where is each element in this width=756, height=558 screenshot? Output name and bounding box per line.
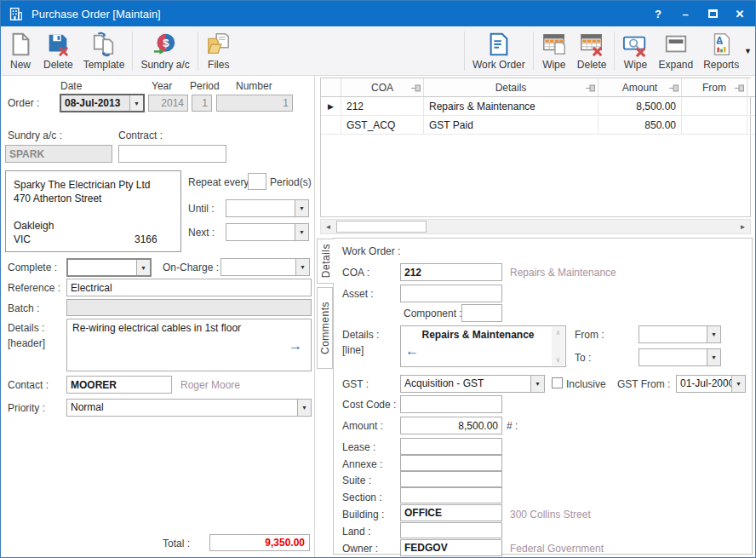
gst-from-combo[interactable]: 01-Jul-2000 ▼	[676, 375, 746, 393]
reports-button[interactable]: A Reports	[698, 28, 744, 74]
order-date-combo[interactable]: 08-Jul-2013 ▼	[60, 94, 145, 112]
reference-field[interactable]	[66, 279, 312, 296]
details-column-header[interactable]: Details	[424, 78, 598, 97]
section-field[interactable]	[400, 487, 502, 503]
allocation-grid[interactable]: COA Details Amount From ▶ 212 Repairs & …	[320, 78, 751, 217]
maximize-icon	[708, 9, 718, 18]
delete-grid-button[interactable]: Delete	[572, 28, 612, 74]
grid-cell-coa[interactable]: GST_ACQ	[341, 116, 424, 135]
toolbar: New Delete Template $ Sundry a/c	[1, 26, 755, 76]
contract-field[interactable]	[118, 145, 226, 163]
order-number-field[interactable]	[216, 95, 293, 112]
coa-column-header[interactable]: COA	[341, 78, 424, 97]
amount-column-header[interactable]: Amount	[598, 78, 682, 97]
sundry-ac-field[interactable]	[5, 145, 112, 163]
tab-details[interactable]: Details	[317, 239, 334, 284]
delete-button[interactable]: Delete	[38, 28, 78, 74]
grid-cell-from[interactable]	[682, 97, 747, 116]
next-combo[interactable]: ▼	[226, 223, 309, 241]
details-line-textarea[interactable]: Repairs & Maintenance ← ∧ ∨	[400, 325, 566, 367]
files-button[interactable]: Files	[201, 28, 237, 74]
scroll-up-icon[interactable]: ∧	[556, 329, 561, 337]
chevron-down-icon[interactable]: ▼	[129, 95, 143, 111]
expand-button[interactable]: Expand	[653, 28, 698, 74]
scroll-down-icon[interactable]: ∨	[556, 356, 561, 364]
batch-field[interactable]	[66, 299, 312, 316]
contract-label: Contract :	[118, 129, 163, 141]
details-line-text: Repairs & Maintenance	[401, 326, 565, 341]
details-header-textarea[interactable]: Re-wiring electrical cables in 1st floor…	[66, 319, 312, 371]
grid-cell-from[interactable]	[682, 116, 747, 135]
grid-horizontal-scrollbar[interactable]: ◄ ►	[320, 219, 751, 234]
coa-label: COA :	[342, 267, 369, 279]
next-label: Next :	[188, 227, 215, 239]
grid-cell-amount[interactable]: 8,500.00	[598, 97, 682, 116]
tab-comments[interactable]: Comments	[317, 287, 333, 369]
sundry-account-icon: $	[152, 31, 178, 58]
year-column-label: Year	[152, 80, 172, 92]
wipe-grid-button[interactable]: Wipe	[536, 28, 572, 74]
maximize-button[interactable]	[699, 1, 726, 26]
component-field[interactable]	[461, 304, 502, 322]
owner-field[interactable]	[400, 539, 502, 556]
details-line-label: Details :	[342, 329, 379, 341]
on-charge-combo[interactable]: ▼	[220, 258, 310, 276]
date-column-label: Date	[60, 80, 82, 92]
help-button[interactable]: ?	[644, 1, 672, 26]
land-field[interactable]	[400, 522, 502, 538]
scrollbar-thumb[interactable]	[336, 221, 427, 233]
until-combo[interactable]: ▼	[226, 199, 309, 217]
chevron-down-icon[interactable]: ▼	[731, 376, 745, 392]
sundry-ac-button[interactable]: $ Sundry a/c	[135, 28, 194, 74]
to-combo[interactable]: ▼	[639, 348, 721, 366]
order-period-field[interactable]	[192, 95, 212, 112]
cost-code-field[interactable]	[400, 395, 502, 413]
repeat-every-field[interactable]	[248, 173, 266, 190]
row-selector-header	[321, 78, 341, 97]
grid-cell-coa[interactable]: 212	[341, 97, 424, 116]
close-button[interactable]: ✕	[726, 1, 753, 26]
pin-icon	[669, 84, 679, 92]
lease-field[interactable]	[400, 438, 502, 455]
coa-field[interactable]	[400, 263, 502, 281]
annexe-field[interactable]	[400, 455, 502, 471]
chevron-down-icon[interactable]: ▼	[707, 349, 720, 365]
priority-combo[interactable]: Normal ▼	[66, 399, 312, 417]
chevron-down-icon[interactable]: ▼	[707, 326, 720, 342]
wipe-payment-button[interactable]: Wipe	[617, 28, 653, 74]
building-field[interactable]	[400, 504, 502, 521]
grid-cell-amount[interactable]: 850.00	[598, 116, 682, 135]
chevron-down-icon[interactable]: ▼	[530, 376, 544, 392]
chevron-down-icon[interactable]: ▼	[295, 259, 309, 275]
chevron-down-icon[interactable]: ▼	[136, 260, 150, 275]
order-year-field[interactable]	[148, 95, 188, 112]
minimize-button[interactable]: –	[672, 1, 699, 26]
chevron-down-icon[interactable]: ▼	[295, 224, 308, 240]
template-button[interactable]: Template	[78, 28, 130, 74]
coa-annotation: Repairs & Maintenance	[510, 267, 616, 279]
suite-field[interactable]	[400, 471, 502, 487]
work-order-button[interactable]: Work Order	[467, 28, 530, 74]
from-combo[interactable]: ▼	[639, 325, 721, 343]
gst-combo[interactable]: Acquisition - GST ▼	[400, 375, 545, 393]
svg-text:$: $	[163, 37, 169, 49]
chevron-down-icon[interactable]: ▼	[297, 400, 311, 416]
scroll-right-button[interactable]: ►	[736, 220, 750, 233]
sundry-ac-label: Sundry a/c :	[8, 129, 62, 141]
toolbar-overflow-button[interactable]: ▼	[744, 47, 752, 55]
total-field: 9,350.00	[209, 534, 310, 551]
row-marker-cell	[321, 116, 341, 135]
amount-field[interactable]	[400, 417, 502, 434]
details-header-sub-label: [header]	[8, 337, 45, 349]
grid-cell-details[interactable]: GST Paid	[424, 116, 598, 135]
new-button[interactable]: New	[3, 28, 38, 74]
contact-field[interactable]	[66, 376, 172, 394]
scroll-left-button[interactable]: ◄	[321, 220, 335, 233]
grid-cell-details[interactable]: Repairs & Maintenance	[424, 97, 598, 116]
inclusive-checkbox[interactable]	[552, 377, 563, 388]
from-column-header[interactable]: From	[682, 78, 747, 97]
chevron-down-icon[interactable]: ▼	[295, 200, 308, 216]
asset-field[interactable]	[400, 285, 502, 302]
textarea-scrollbar[interactable]: ∧ ∨	[552, 327, 564, 365]
complete-combo[interactable]: ▼	[66, 258, 152, 277]
